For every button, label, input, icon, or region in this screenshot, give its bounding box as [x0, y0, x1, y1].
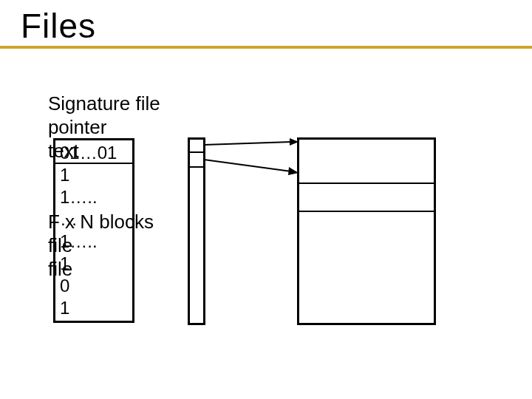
sig-row: 1…..	[60, 186, 128, 208]
text-file-box	[297, 137, 436, 325]
svg-line-0	[204, 142, 291, 145]
svg-marker-1	[290, 138, 299, 146]
ptr-divider	[190, 166, 203, 168]
sig-row: 01…01	[60, 142, 128, 164]
ptr-divider	[190, 151, 203, 153]
title-underline	[0, 46, 532, 49]
txt-divider	[299, 183, 434, 184]
signature-file-box: 01…01 1 1….. … 1….. 1 0 1	[53, 138, 134, 323]
txt-divider	[299, 211, 434, 212]
sig-row: …	[60, 208, 128, 231]
svg-line-2	[204, 160, 291, 171]
slide-title-wrap: Files	[21, 6, 96, 46]
sig-row: 1	[60, 164, 128, 186]
sig-row: 0	[60, 275, 128, 297]
pointer-arrow-2	[204, 152, 300, 182]
sig-divider	[55, 163, 132, 164]
pointer-file-box	[188, 137, 205, 325]
sig-row: 1	[60, 297, 128, 319]
sig-row: 1	[60, 253, 128, 275]
label-pointer: pointer	[48, 115, 188, 139]
sig-row: 1…..	[60, 231, 128, 253]
slide-title: Files	[21, 7, 96, 45]
label-signature-file: Signature file	[48, 92, 187, 115]
svg-marker-3	[288, 167, 299, 175]
